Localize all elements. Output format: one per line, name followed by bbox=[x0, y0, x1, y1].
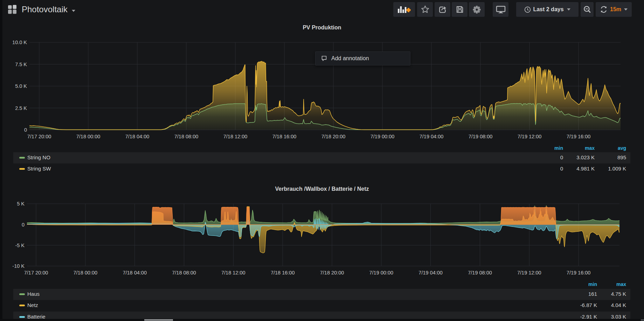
svg-text:-10 K: -10 K bbox=[12, 263, 25, 269]
svg-text:-5 K: -5 K bbox=[15, 243, 25, 248]
svg-text:7/18 20:00: 7/18 20:00 bbox=[320, 270, 344, 275]
svg-text:7/18 08:00: 7/18 08:00 bbox=[172, 270, 196, 275]
svg-text:7/18 16:00: 7/18 16:00 bbox=[271, 270, 295, 275]
svg-text:5 K: 5 K bbox=[17, 201, 25, 207]
svg-text:7/18 08:00: 7/18 08:00 bbox=[174, 134, 199, 139]
svg-text:7/19 00:00: 7/19 00:00 bbox=[369, 270, 394, 275]
svg-text:7/18 12:00: 7/18 12:00 bbox=[221, 270, 245, 275]
svg-text:7/19 12:00: 7/19 12:00 bbox=[518, 134, 542, 139]
svg-text:0: 0 bbox=[22, 222, 25, 228]
svg-text:7/19 04:00: 7/19 04:00 bbox=[418, 270, 443, 275]
svg-text:7/18 12:00: 7/18 12:00 bbox=[223, 134, 248, 139]
svg-text:7/17 20:00: 7/17 20:00 bbox=[27, 134, 51, 139]
svg-text:7/19 08:00: 7/19 08:00 bbox=[469, 134, 493, 139]
svg-text:0: 0 bbox=[24, 127, 27, 133]
svg-text:10.0 K: 10.0 K bbox=[12, 40, 27, 45]
svg-text:7/18 04:00: 7/18 04:00 bbox=[125, 134, 150, 139]
svg-text:7/19 00:00: 7/19 00:00 bbox=[371, 134, 395, 139]
svg-text:7/18 16:00: 7/18 16:00 bbox=[272, 134, 297, 139]
svg-text:7/19 08:00: 7/19 08:00 bbox=[468, 270, 492, 275]
svg-text:7/17 20:00: 7/17 20:00 bbox=[24, 270, 48, 275]
svg-text:7/19 04:00: 7/19 04:00 bbox=[420, 134, 444, 139]
svg-text:7/18 04:00: 7/18 04:00 bbox=[123, 270, 147, 275]
svg-text:2.5 K: 2.5 K bbox=[15, 105, 27, 111]
svg-text:7/18 20:00: 7/18 20:00 bbox=[321, 134, 346, 139]
svg-text:7.5 K: 7.5 K bbox=[15, 62, 27, 67]
svg-text:7/19 16:00: 7/19 16:00 bbox=[567, 134, 591, 139]
svg-text:7/19 12:00: 7/19 12:00 bbox=[517, 270, 541, 275]
svg-text:7/19 16:00: 7/19 16:00 bbox=[567, 270, 591, 275]
svg-text:7/18 00:00: 7/18 00:00 bbox=[76, 134, 101, 139]
svg-text:5.0 K: 5.0 K bbox=[15, 83, 27, 89]
svg-text:7/18 00:00: 7/18 00:00 bbox=[74, 270, 98, 275]
